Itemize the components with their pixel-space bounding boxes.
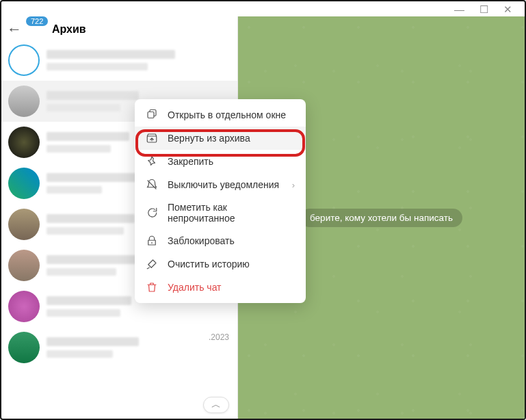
avatar [8, 44, 40, 76]
window-icon [146, 109, 158, 121]
chat-row[interactable]: .2023 [1, 327, 237, 368]
chat-date: .2023 [209, 332, 229, 342]
empty-state-text: берите, кому хотели бы написать [300, 209, 462, 227]
mute-icon [146, 179, 158, 191]
menu-label: Очистить историю [168, 259, 250, 270]
avatar [8, 127, 40, 158]
sidebar-header: ← 722 Архив [1, 16, 237, 40]
page-title: Архив [52, 23, 86, 36]
block-icon [146, 235, 158, 247]
maximize-button[interactable]: ☐ [479, 4, 488, 14]
menu-label: Заблокировать [168, 235, 235, 246]
menu-label: Вернуть из архива [168, 133, 250, 144]
minimize-button[interactable]: — [454, 4, 464, 14]
menu-label: Пометить как непрочитанное [168, 202, 295, 224]
menu-delete-chat[interactable]: Удалить чат [135, 276, 306, 299]
menu-open-window[interactable]: Открыть в отдельном окне [135, 103, 306, 127]
chat-row[interactable] [1, 40, 237, 81]
avatar [8, 250, 40, 281]
menu-label: Закрепить [168, 156, 213, 167]
avatar [8, 332, 40, 363]
context-menu: Открыть в отдельном окне Вернуть из архи… [135, 99, 306, 303]
menu-label: Удалить чат [168, 282, 222, 293]
menu-block[interactable]: Заблокировать [135, 229, 306, 252]
svg-rect-0 [148, 112, 154, 118]
avatar [8, 209, 40, 240]
menu-pin[interactable]: Закрепить [135, 150, 306, 173]
archive-badge: 722 [26, 16, 48, 26]
menu-label: Выключить уведомления [168, 179, 279, 190]
avatar [8, 168, 40, 199]
avatar [8, 86, 40, 117]
scroll-down-button[interactable]: ︿ [203, 397, 229, 413]
menu-unarchive[interactable]: Вернуть из архива [135, 127, 306, 150]
menu-mark-unread[interactable]: Пометить как непрочитанное [135, 196, 306, 229]
back-icon[interactable]: ← [7, 21, 22, 38]
window-controls: — ☐ ✕ [1, 1, 525, 16]
broom-icon [146, 258, 158, 270]
trash-icon [146, 281, 158, 293]
close-button[interactable]: ✕ [503, 4, 512, 14]
chat-icon [146, 207, 158, 219]
avatar [8, 291, 40, 322]
menu-mute[interactable]: Выключить уведомления › [135, 173, 306, 196]
menu-clear-history[interactable]: Очистить историю [135, 252, 306, 276]
menu-label: Открыть в отдельном окне [168, 109, 286, 120]
pin-icon [146, 155, 158, 168]
unarchive-icon [146, 132, 158, 144]
chevron-right-icon: › [292, 180, 295, 190]
